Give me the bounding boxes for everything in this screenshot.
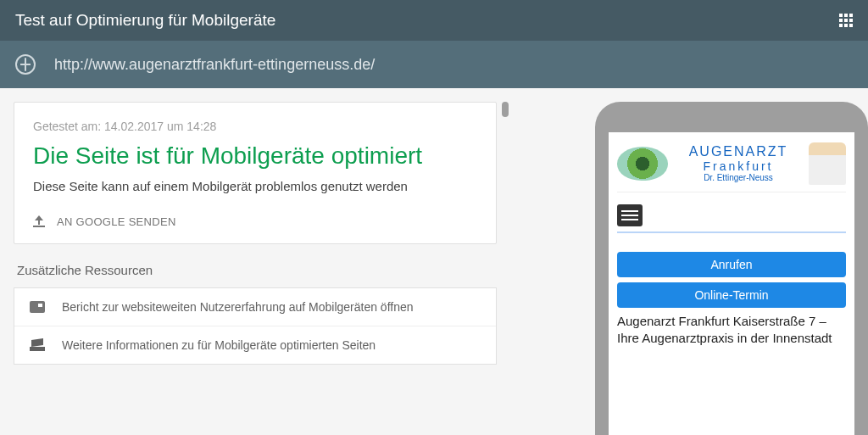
hamburger-icon[interactable] — [617, 204, 643, 226]
mobile-preview: AUGENARZT Frankfurt Dr. Ettinger-Neuss A… — [609, 132, 854, 435]
resource-label: Weitere Informationen zu für Mobilgeräte… — [62, 338, 376, 352]
resources-heading: Zusätzliche Ressourcen — [17, 263, 493, 277]
upload-icon — [33, 215, 45, 227]
results-column: Getestet am: 14.02.2017 um 14:28 Die Sei… — [14, 102, 497, 435]
app-header: Test auf Optimierung für Mobilgeräte — [0, 0, 868, 41]
apps-icon[interactable] — [839, 14, 853, 27]
tested-timestamp: Getestet am: 14.02.2017 um 14:28 — [33, 120, 477, 133]
resource-item-report[interactable]: Bericht zur websiteweiten Nutzererfahrun… — [14, 288, 496, 326]
url-bar: http://www.augenarztfrankfurt-ettingerne… — [0, 41, 868, 88]
content-area: Getestet am: 14.02.2017 um 14:28 Die Sei… — [0, 88, 868, 435]
globe-icon — [15, 54, 36, 75]
resources-list: Bericht zur websiteweiten Nutzererfahrun… — [14, 287, 497, 365]
tested-url[interactable]: http://www.augenarztfrankfurt-ettingerne… — [54, 56, 375, 74]
scrollbar[interactable] — [502, 102, 509, 435]
brand-line2: Frankfurt — [673, 159, 804, 173]
result-subline: Diese Seite kann auf einem Mobilgerät pr… — [33, 179, 477, 193]
graduation-icon — [30, 339, 45, 351]
app-title: Test auf Optimierung für Mobilgeräte — [15, 11, 275, 30]
eye-logo-icon — [617, 147, 668, 181]
result-card: Getestet am: 14.02.2017 um 14:28 Die Sei… — [14, 102, 497, 244]
site-header: AUGENARZT Frankfurt Dr. Ettinger-Neuss — [617, 142, 846, 192]
device-frame: AUGENARZT Frankfurt Dr. Ettinger-Neuss A… — [595, 102, 868, 435]
webpage-icon — [30, 301, 45, 313]
call-button[interactable]: Anrufen — [617, 252, 846, 277]
send-label: AN GOOGLE SENDEN — [57, 215, 176, 228]
doctor-photo — [809, 142, 846, 185]
send-to-google-button[interactable]: AN GOOGLE SENDEN — [33, 215, 477, 228]
resource-item-learn[interactable]: Weitere Informationen zu für Mobilgeräte… — [14, 326, 496, 364]
mobile-page-title: Augenarzt Frankfurt Kaiserstraße 7 – Ihr… — [617, 313, 846, 346]
brand-line3: Dr. Ettinger-Neuss — [673, 173, 804, 183]
resource-label: Bericht zur websiteweiten Nutzererfahrun… — [62, 300, 414, 314]
divider — [617, 231, 846, 233]
result-headline: Die Seite ist für Mobilgeräte optimiert — [33, 142, 477, 170]
online-appointment-button[interactable]: Online-Termin — [617, 282, 846, 308]
brand-text: AUGENARZT Frankfurt Dr. Ettinger-Neuss — [673, 144, 804, 183]
brand-line1: AUGENARZT — [673, 144, 804, 159]
